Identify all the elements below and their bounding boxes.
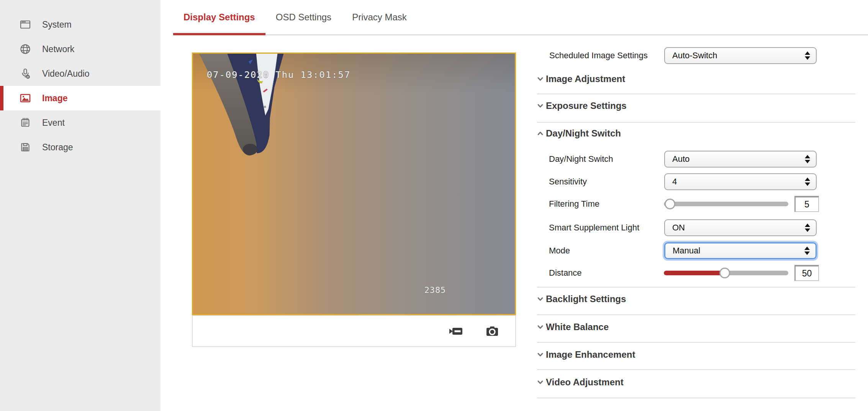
slider-handle[interactable] <box>719 268 730 278</box>
section-video-adjustment[interactable]: Video Adjustment <box>537 376 624 388</box>
distance-value-input[interactable] <box>794 265 819 281</box>
select-stepper-arrows-icon <box>805 224 810 232</box>
image-icon <box>19 92 31 104</box>
select-stepper-arrows-icon <box>805 155 810 163</box>
globe-icon <box>19 43 31 55</box>
section-day-night-switch[interactable]: Day/Night Switch <box>537 127 621 140</box>
select-stepper-arrows-icon <box>805 178 810 186</box>
row-label: Smart Supplement Light <box>549 223 639 233</box>
tab-label: Privacy Mask <box>352 12 407 23</box>
microphone-icon <box>19 67 31 80</box>
section-title: White Balance <box>546 322 609 332</box>
system-icon <box>19 18 31 31</box>
chevron-down-icon <box>537 76 544 82</box>
osd-timestamp: 07-09-2020 Thu 13:01:57 <box>207 69 350 80</box>
row-label: Distance <box>549 268 582 278</box>
snapshot-camera-icon[interactable] <box>485 326 499 337</box>
tab-privacy-mask[interactable]: Privacy Mask <box>342 0 417 35</box>
sidebar-item-label: System <box>42 20 72 30</box>
select-value: ON <box>672 223 685 233</box>
beam-tip <box>243 144 257 155</box>
chevron-down-icon <box>537 103 544 109</box>
select-value: Auto <box>672 154 689 164</box>
sidebar-item-label: Storage <box>42 142 73 153</box>
scheduled-image-settings-select[interactable]: Auto-Switch <box>664 47 817 64</box>
divider <box>537 287 855 288</box>
row-day-night-switch: Day/Night Switch Auto <box>537 151 855 168</box>
row-mode: Mode Manual <box>537 242 855 259</box>
row-label: Filtering Time <box>549 199 599 209</box>
camcorder-icon[interactable] <box>449 326 463 337</box>
preview-toolbar <box>192 315 516 347</box>
section-image-adjustment[interactable]: Image Adjustment <box>537 73 625 85</box>
divider <box>537 342 855 343</box>
sidebar-item-image[interactable]: Image <box>0 86 160 110</box>
filtering-time-value-input[interactable] <box>794 196 819 212</box>
select-stepper-arrows-icon <box>804 247 810 255</box>
chevron-down-icon <box>537 379 544 386</box>
section-image-enhancement[interactable]: Image Enhancement <box>537 349 635 361</box>
chevron-down-icon <box>537 352 544 358</box>
row-smart-supplement-light: Smart Supplement Light ON <box>537 219 855 236</box>
select-stepper-arrows-icon <box>805 51 810 60</box>
row-label: Scheduled Image Settings <box>549 51 648 61</box>
sensitivity-select[interactable]: 4 <box>664 173 817 190</box>
select-value: 4 <box>672 177 677 187</box>
chevron-down-icon <box>537 296 544 302</box>
divider <box>537 94 855 94</box>
tab-label: Display Settings <box>183 12 255 23</box>
section-exposure-settings[interactable]: Exposure Settings <box>537 100 627 112</box>
sidebar-item-system[interactable]: System <box>0 12 160 37</box>
event-icon <box>19 117 31 129</box>
tab-bar: Display Settings OSD Settings Privacy Ma… <box>173 0 868 35</box>
sidebar-item-label: Image <box>42 93 67 104</box>
divider <box>537 369 855 370</box>
section-white-balance[interactable]: White Balance <box>537 321 609 333</box>
chevron-up-icon <box>537 130 544 137</box>
sidebar-item-label: Video/Audio <box>42 69 90 79</box>
sidebar-item-video-audio[interactable]: Video/Audio <box>0 61 160 86</box>
row-label: Day/Night Switch <box>549 154 613 164</box>
divider <box>537 122 855 123</box>
sidebar-item-storage[interactable]: Storage <box>0 135 160 159</box>
camera-settings-page: System Network <box>0 0 868 411</box>
smart-supplement-light-select[interactable]: ON <box>664 219 817 236</box>
select-value: Manual <box>673 246 700 256</box>
slider-fill <box>664 271 725 275</box>
tab-display-settings[interactable]: Display Settings <box>173 0 265 35</box>
slider-handle[interactable] <box>665 199 675 209</box>
row-label: Sensitivity <box>549 177 587 187</box>
section-title: Day/Night Switch <box>546 128 621 139</box>
section-backlight-settings[interactable]: Backlight Settings <box>537 293 626 305</box>
mode-select[interactable]: Manual <box>664 242 817 259</box>
content: 07-09-2020 Thu 13:01:57 2385 <box>160 35 868 411</box>
day-night-switch-select[interactable]: Auto <box>664 151 817 168</box>
tab-osd-settings[interactable]: OSD Settings <box>265 0 342 35</box>
sidebar-item-network[interactable]: Network <box>0 37 160 61</box>
distance-slider[interactable] <box>664 265 788 281</box>
osd-number: 2385 <box>424 285 446 295</box>
row-distance: Distance <box>537 265 855 281</box>
row-filtering-time: Filtering Time <box>537 196 855 212</box>
video-frame: 07-09-2020 Thu 13:01:57 2385 <box>193 54 515 314</box>
chevron-down-icon <box>537 324 544 330</box>
sidebar-item-label: Event <box>42 118 65 128</box>
sidebar-item-label: Network <box>42 44 74 54</box>
section-title: Exposure Settings <box>546 100 627 111</box>
tab-label: OSD Settings <box>276 12 331 23</box>
sidebar: System Network <box>0 0 160 411</box>
slider-track[interactable] <box>664 202 788 206</box>
filtering-time-slider[interactable] <box>664 196 788 212</box>
sidebar-item-event[interactable]: Event <box>0 110 160 135</box>
main-area: Display Settings OSD Settings Privacy Ma… <box>160 0 868 411</box>
select-value: Auto-Switch <box>672 51 717 61</box>
storage-icon <box>19 141 31 153</box>
live-video-preview: 07-09-2020 Thu 13:01:57 2385 <box>192 53 516 315</box>
section-title: Backlight Settings <box>546 294 626 304</box>
image-settings-panel: Scheduled Image Settings Auto-Switch Ima… <box>537 35 855 411</box>
row-scheduled-image-settings: Scheduled Image Settings Auto-Switch <box>537 47 855 64</box>
row-label: Mode <box>549 246 570 256</box>
section-title: Image Adjustment <box>546 74 625 84</box>
divider <box>537 314 855 315</box>
divider <box>537 398 855 398</box>
